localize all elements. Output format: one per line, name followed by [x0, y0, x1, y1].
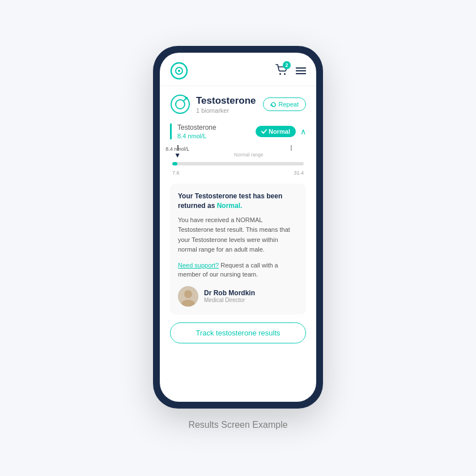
- result-row: Testosterone 8.4 nmol/L Normal ∧: [170, 124, 306, 139]
- svg-point-3: [279, 73, 281, 75]
- result-info: Testosterone 8.4 nmol/L: [177, 124, 216, 139]
- biomarker-title: Testosterone: [196, 95, 256, 107]
- app-logo: [170, 62, 188, 80]
- repeat-icon: [270, 101, 277, 108]
- biomarker-info: Testosterone 1 biomarker: [170, 94, 256, 114]
- biomarker-header: Testosterone 1 biomarker Repeat: [170, 94, 306, 114]
- content-area: Testosterone 1 biomarker Repeat: [160, 86, 316, 402]
- phone-frame: 2: [153, 46, 323, 409]
- testosterone-icon: [170, 94, 190, 114]
- result-value: 8.4 nmol/L: [177, 133, 216, 139]
- header-icons: 2: [275, 64, 306, 78]
- doctor-avatar: [178, 286, 198, 307]
- biomarker-text: Testosterone 1 biomarker: [196, 95, 256, 114]
- info-support: Need support? Request a call with a memb…: [178, 261, 298, 279]
- svg-point-4: [284, 73, 286, 75]
- phone-screen: 2: [160, 53, 316, 402]
- range-bar: [172, 162, 304, 165]
- range-max-label: 31.4: [294, 170, 304, 176]
- normal-range-label: Normal range: [234, 152, 264, 158]
- result-status: Normal ∧: [256, 126, 306, 137]
- info-card: Your Testosterone test has been returned…: [170, 184, 306, 314]
- cart-button[interactable]: 2: [275, 64, 288, 78]
- track-results-button[interactable]: Track testosterone results: [170, 322, 306, 343]
- range-end-marker: [291, 145, 292, 151]
- info-body: You have received a NORMAL Testosterone …: [178, 215, 298, 255]
- range-axis-labels: 7.6 31.4: [172, 170, 304, 176]
- page-caption: Results Screen Example: [188, 420, 287, 430]
- range-bar-fill: [172, 162, 177, 165]
- app-header: 2: [160, 53, 316, 86]
- svg-point-2: [178, 70, 180, 72]
- info-title-highlight: Normal.: [217, 202, 243, 210]
- range-min-label: 7.6: [172, 170, 180, 176]
- result-name: Testosterone: [177, 124, 216, 131]
- doctor-title: Medical Director: [204, 297, 255, 303]
- cart-badge: 2: [283, 61, 291, 69]
- check-icon: [261, 129, 267, 134]
- doctor-row: Dr Rob Mordkin Medical Director: [178, 286, 298, 307]
- chart-pointer-icon: ▼: [165, 152, 189, 159]
- page-wrapper: 2: [153, 46, 323, 430]
- normal-badge: Normal: [256, 126, 296, 137]
- doctor-name: Dr Rob Mordkin: [204, 289, 255, 297]
- need-support-link[interactable]: Need support?: [178, 262, 219, 269]
- chevron-up-icon[interactable]: ∧: [300, 127, 306, 136]
- menu-button[interactable]: [296, 67, 306, 74]
- info-title: Your Testosterone test has been returned…: [178, 192, 298, 211]
- doctor-info: Dr Rob Mordkin Medical Director: [204, 289, 255, 303]
- range-chart: 8.4 nmol/L ▼ Normal range: [170, 146, 306, 176]
- biomarker-subtitle: 1 biomarker: [196, 107, 256, 114]
- range-start-marker: [177, 145, 178, 151]
- svg-point-9: [184, 290, 192, 298]
- repeat-button[interactable]: Repeat: [263, 97, 306, 111]
